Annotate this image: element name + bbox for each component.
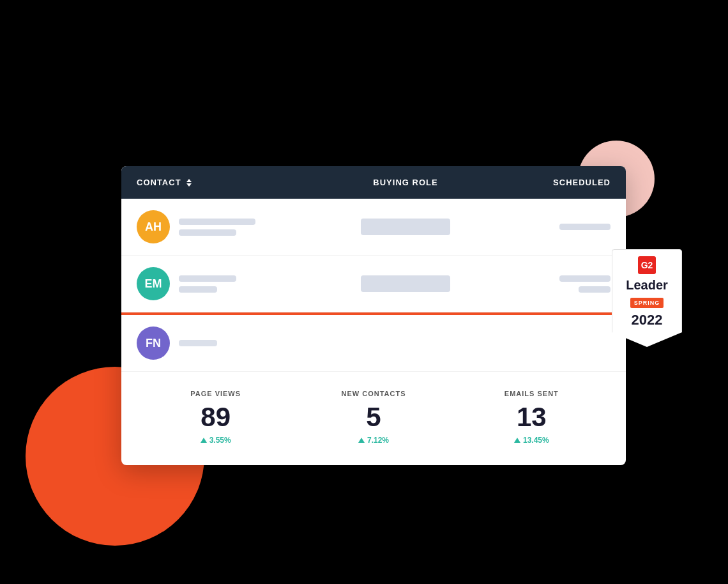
contact-cell: FN xyxy=(137,327,303,360)
sort-up-icon xyxy=(186,179,192,182)
detail-placeholder xyxy=(179,229,236,236)
stat-change: 13.45% xyxy=(514,436,549,445)
new-contacts-stat: NEW CONTACTS 5 7.12% xyxy=(294,390,452,445)
change-percent: 3.55% xyxy=(209,436,231,445)
scheduled-placeholder-2 xyxy=(579,286,610,293)
buying-role-placeholder xyxy=(361,275,450,292)
stats-row: PAGE VIEWS 89 3.55% NEW CONTACTS 5 7.12%… xyxy=(121,372,626,465)
table-header: CONTACT BUYING ROLE SCHEDULED xyxy=(121,166,626,199)
avatar: AH xyxy=(137,210,170,243)
buying-role-cell xyxy=(303,219,508,235)
stat-change: 7.12% xyxy=(358,436,389,445)
name-placeholder xyxy=(179,275,236,282)
sort-down-icon xyxy=(186,183,192,187)
contact-info xyxy=(179,275,236,293)
scheduled-placeholder xyxy=(559,224,610,230)
contact-cell: EM xyxy=(137,267,303,300)
avatar: EM xyxy=(137,267,170,300)
trend-up-icon xyxy=(514,438,520,443)
stat-value: 5 xyxy=(366,404,381,431)
g2-logo: G2 xyxy=(638,256,656,274)
table-row[interactable]: FN xyxy=(121,315,626,372)
scheduled-cell xyxy=(508,275,610,293)
contact-header-label: CONTACT xyxy=(137,178,181,187)
table-row[interactable]: AH xyxy=(121,199,626,256)
name-placeholder xyxy=(179,219,255,225)
stat-value: 13 xyxy=(517,404,547,431)
change-percent: 13.45% xyxy=(523,436,549,445)
buying-role-placeholder xyxy=(361,219,450,235)
contact-info xyxy=(179,219,255,236)
change-percent: 7.12% xyxy=(367,436,389,445)
scheduled-placeholder xyxy=(559,275,610,282)
avatar-initials: AH xyxy=(145,220,162,234)
stat-label: NEW CONTACTS xyxy=(341,390,406,397)
sort-icon[interactable] xyxy=(186,179,192,187)
name-placeholder xyxy=(179,340,217,346)
avatar: FN xyxy=(137,327,170,360)
avatar-initials: EM xyxy=(145,277,162,291)
stat-value: 89 xyxy=(201,404,231,431)
g2-year-label: 2022 xyxy=(619,312,675,328)
contact-column-header[interactable]: CONTACT xyxy=(137,178,303,187)
contact-info xyxy=(179,340,217,346)
stat-label: EMAILS SENT xyxy=(504,390,559,397)
trend-up-icon xyxy=(358,438,365,443)
contact-cell: AH xyxy=(137,210,303,243)
table-row[interactable]: EM xyxy=(121,256,626,312)
g2-leader-label: Leader xyxy=(619,278,675,292)
stat-label: PAGE VIEWS xyxy=(190,390,241,397)
trend-up-icon xyxy=(201,438,207,443)
g2-season-label: SPRING xyxy=(630,298,664,308)
stat-change: 3.55% xyxy=(201,436,231,445)
emails-sent-stat: EMAILS SENT 13 13.45% xyxy=(453,390,610,445)
fn-row-wrapper: FN PAGE VIEWS 89 3.55% NEW CONTACTS xyxy=(121,315,626,465)
g2-badge: G2 Leader SPRING 2022 xyxy=(612,249,682,347)
page-views-stat: PAGE VIEWS 89 3.55% xyxy=(137,390,294,445)
scheduled-column-header: SCHEDULED xyxy=(508,178,610,187)
main-table-card: CONTACT BUYING ROLE SCHEDULED AH xyxy=(121,166,626,465)
avatar-initials: FN xyxy=(146,337,161,350)
scheduled-cell xyxy=(508,224,610,230)
detail-placeholder xyxy=(179,286,217,293)
buying-role-column-header: BUYING ROLE xyxy=(303,178,508,187)
buying-role-cell xyxy=(303,275,508,292)
